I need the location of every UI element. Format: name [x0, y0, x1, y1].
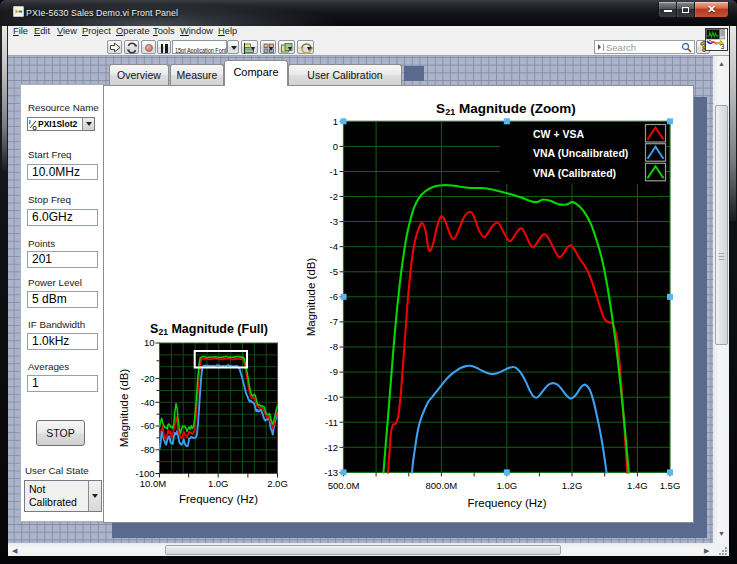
svg-text:10: 10 — [144, 337, 155, 348]
svg-text:-7: -7 — [330, 316, 338, 327]
svg-text:Frequency (Hz): Frequency (Hz) — [467, 497, 546, 509]
svg-text:S21 Magnitude (Full): S21 Magnitude (Full) — [150, 322, 268, 337]
svg-text:-4: -4 — [330, 241, 338, 252]
svg-text:10.0M: 10.0M — [140, 478, 166, 489]
svg-text:1.4G: 1.4G — [627, 480, 648, 491]
svg-text:-80: -80 — [141, 444, 155, 455]
svg-text:-1: -1 — [330, 166, 338, 177]
svg-text:1.2G: 1.2G — [562, 480, 583, 491]
svg-text:-13: -13 — [324, 467, 338, 478]
svg-text:0: 0 — [333, 141, 338, 152]
svg-text:1.0G: 1.0G — [208, 478, 229, 489]
svg-text:800.0M: 800.0M — [426, 480, 458, 491]
svg-text:-3: -3 — [330, 216, 338, 227]
svg-text:1: 1 — [333, 116, 338, 127]
svg-text:1.5G: 1.5G — [660, 480, 681, 491]
svg-text:-20: -20 — [141, 373, 155, 384]
svg-text:-5: -5 — [330, 266, 338, 277]
svg-text:Magnitude (dB): Magnitude (dB) — [118, 369, 130, 448]
svg-text:2.0G: 2.0G — [267, 478, 288, 489]
svg-text:-8: -8 — [330, 341, 338, 352]
svg-text:1.0G: 1.0G — [496, 480, 517, 491]
svg-text:-10: -10 — [324, 392, 338, 403]
svg-text:500.0M: 500.0M — [328, 480, 360, 491]
svg-text:Frequency (Hz): Frequency (Hz) — [179, 493, 258, 505]
svg-text:-12: -12 — [324, 442, 338, 453]
svg-text:-60: -60 — [141, 420, 155, 431]
svg-text:S21 Magnitude (Zoom): S21 Magnitude (Zoom) — [436, 101, 576, 117]
svg-text:-2: -2 — [330, 191, 338, 202]
svg-text:-11: -11 — [325, 417, 338, 428]
svg-text:VNA (Calibrated): VNA (Calibrated) — [533, 167, 616, 179]
svg-text:-9: -9 — [330, 366, 338, 377]
svg-text:-6: -6 — [330, 291, 338, 302]
svg-text:Magnitude (dB): Magnitude (dB) — [305, 258, 317, 337]
svg-text:-40: -40 — [141, 397, 155, 408]
svg-text:VNA (Uncalibrated): VNA (Uncalibrated) — [533, 147, 628, 159]
svg-text:CW + VSA: CW + VSA — [533, 128, 584, 140]
